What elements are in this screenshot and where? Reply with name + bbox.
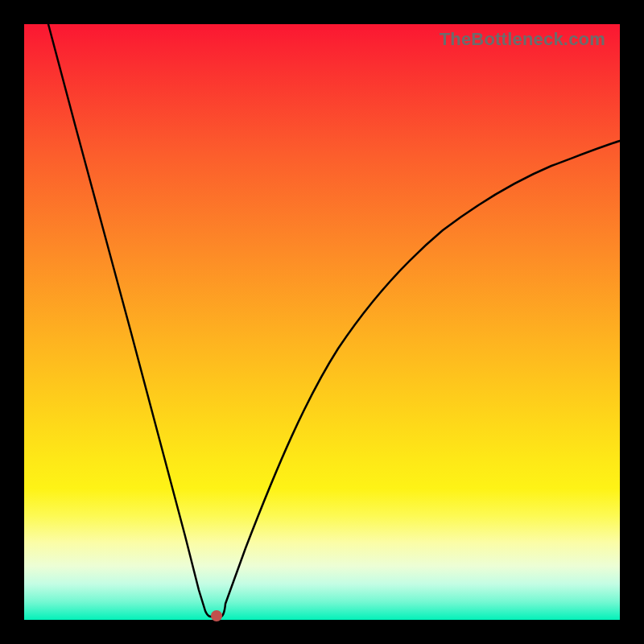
plot-area: TheBottleneck.com bbox=[24, 24, 620, 620]
curve-svg bbox=[24, 24, 620, 620]
bottleneck-curve bbox=[48, 24, 620, 617]
chart-stage: TheBottleneck.com bbox=[0, 0, 644, 644]
min-marker-dot bbox=[211, 610, 222, 621]
